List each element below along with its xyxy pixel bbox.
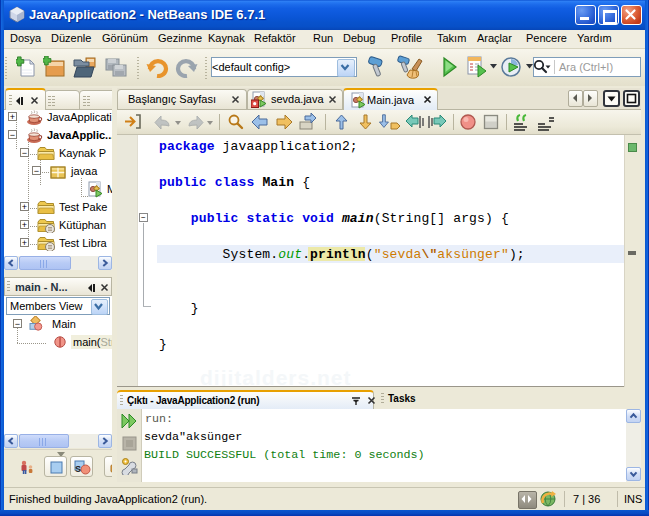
svg-text:S: S	[75, 464, 81, 474]
